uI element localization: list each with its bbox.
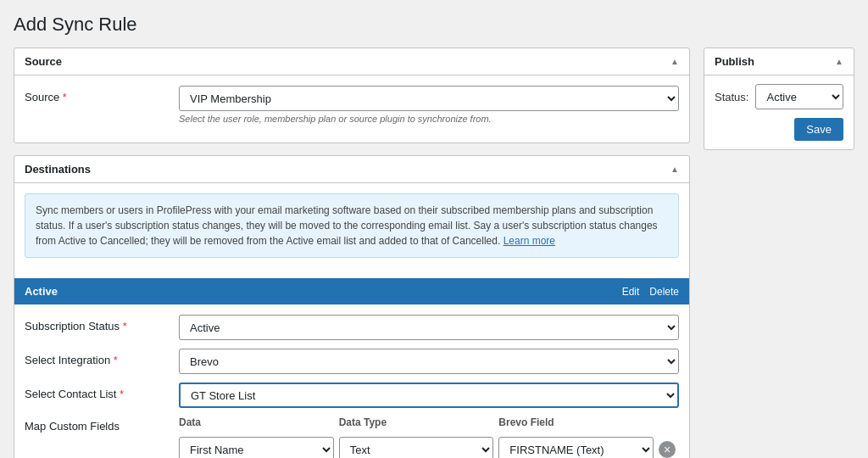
col-type-header: Data Type: [339, 416, 494, 428]
status-label: Status:: [715, 91, 748, 103]
publish-sidebar: Publish ▲ Status: Active Inactive Save: [704, 47, 854, 150]
field-data-select-1[interactable]: First Name Last Name Email Phone: [179, 437, 334, 458]
subscription-status-row: Subscription Status * Active Cancelled E…: [25, 315, 679, 340]
destinations-chevron-icon: ▲: [670, 165, 679, 174]
edit-link[interactable]: Edit: [622, 286, 640, 298]
map-custom-fields-row: Map Custom Fields Data Data Type Brevo F…: [25, 416, 679, 458]
publish-card-body: Status: Active Inactive Save: [704, 75, 854, 149]
info-banner: Sync members or users in ProfilePress wi…: [25, 193, 679, 258]
destination-fields: Subscription Status * Active Cancelled E…: [14, 304, 689, 458]
select-contact-list-control: GT Store List Newsletter VIP List: [179, 383, 679, 408]
select-contact-list-row: Select Contact List * GT Store List News…: [25, 383, 679, 408]
source-card: Source ▲ Source * VIP Membership Standar…: [14, 47, 690, 143]
source-hint: Select the user role, membership plan or…: [179, 114, 679, 124]
source-select[interactable]: VIP Membership Standard Membership Free …: [179, 86, 679, 111]
select-integration-row: Select Integration * Brevo Mailchimp Con…: [25, 349, 679, 374]
source-card-body: Source * VIP Membership Standard Members…: [14, 75, 689, 142]
map-field-row-1: First Name Last Name Email Phone Text Nu…: [179, 437, 679, 458]
field-brevo-select-1[interactable]: FIRSTNAME (Text) LASTNAME (Text) EMAIL (…: [498, 437, 654, 458]
source-required-mark: *: [63, 91, 67, 103]
remove-field-1-button[interactable]: ×: [659, 441, 676, 458]
delete-link[interactable]: Delete: [649, 286, 679, 298]
destinations-card: Destinations ▲ Sync members or users in …: [14, 155, 690, 458]
save-button[interactable]: Save: [794, 118, 843, 141]
col-brevo-header: Brevo Field: [498, 416, 654, 428]
select-contact-list-label: Select Contact List *: [25, 383, 169, 400]
destinations-header-label: Destinations: [25, 163, 91, 176]
publish-card-header: Publish ▲: [704, 48, 854, 75]
select-integration-select[interactable]: Brevo Mailchimp ConvertKit: [179, 349, 679, 374]
subscription-status-control: Active Cancelled Expired Pending: [179, 315, 679, 340]
source-card-header: Source ▲: [14, 48, 689, 75]
select-contact-list-select[interactable]: GT Store List Newsletter VIP List: [179, 383, 679, 408]
col-data-header: Data: [179, 416, 334, 428]
source-control: VIP Membership Standard Membership Free …: [179, 86, 679, 124]
status-select[interactable]: Active Inactive: [755, 84, 843, 109]
destinations-inner: Sync members or users in ProfilePress wi…: [14, 183, 689, 278]
publish-status-row: Status: Active Inactive: [715, 84, 843, 109]
destination-active-label: Active: [25, 285, 58, 298]
select-integration-label: Select Integration *: [25, 349, 169, 366]
publish-chevron-icon: ▲: [835, 57, 843, 66]
field-type-select-1[interactable]: Text Number Date: [339, 437, 494, 458]
source-header-label: Source: [25, 55, 62, 68]
map-custom-fields-label: Map Custom Fields: [25, 416, 169, 433]
info-text: Sync members or users in ProfilePress wi…: [36, 204, 658, 247]
source-form-row: Source * VIP Membership Standard Members…: [25, 86, 679, 124]
select-integration-control: Brevo Mailchimp ConvertKit: [179, 349, 679, 374]
destinations-card-body: Sync members or users in ProfilePress wi…: [14, 183, 689, 458]
source-label: Source *: [25, 86, 169, 103]
map-custom-fields-control: Data Data Type Brevo Field First Name: [179, 416, 679, 458]
page-title: Add Sync Rule: [14, 14, 854, 36]
destination-actions: Edit Delete: [622, 286, 679, 298]
learn-more-link[interactable]: Learn more: [504, 235, 555, 247]
destinations-card-header: Destinations ▲: [14, 156, 689, 183]
destination-active-header: Active Edit Delete: [14, 278, 689, 304]
map-fields-header: Data Data Type Brevo Field: [179, 416, 679, 432]
subscription-status-label: Subscription Status *: [25, 315, 169, 332]
publish-header-label: Publish: [715, 55, 754, 68]
source-chevron-icon: ▲: [670, 57, 679, 66]
subscription-status-select[interactable]: Active Cancelled Expired Pending: [179, 315, 679, 340]
publish-card: Publish ▲ Status: Active Inactive Save: [704, 47, 854, 150]
map-fields-grid: Data Data Type Brevo Field First Name: [179, 416, 679, 458]
